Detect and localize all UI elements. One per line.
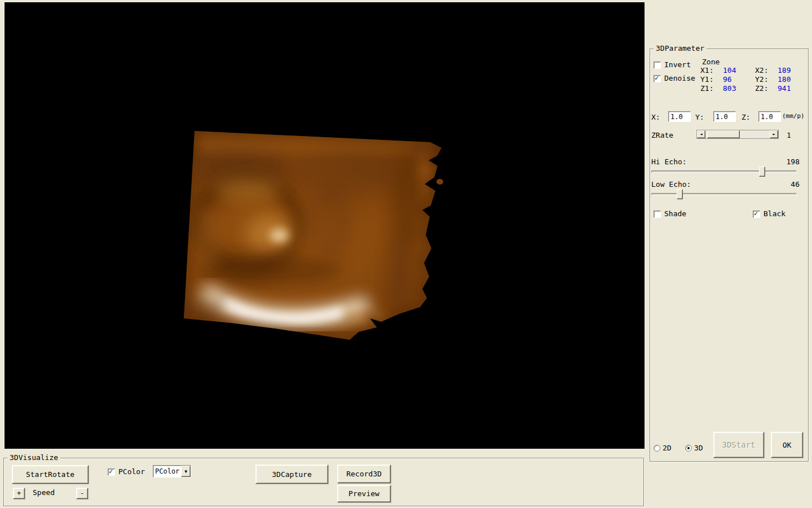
start3d-button[interactable]: 3DStart (713, 432, 764, 458)
scale-x-input[interactable] (668, 111, 691, 122)
parameter-group-title: 3DParameter (654, 44, 707, 52)
zrate-value: 1 (787, 131, 791, 139)
scale-z-input[interactable] (758, 111, 781, 122)
speed-plus-button[interactable]: + (13, 488, 25, 499)
volume-speck (436, 179, 443, 185)
start-rotate-button[interactable]: StartRotate (12, 465, 89, 484)
low-echo-value: 46 (752, 180, 800, 189)
scale-x-label: X: (651, 113, 660, 121)
low-echo-slider-thumb[interactable] (677, 189, 683, 199)
mode-2d-radio[interactable] (654, 445, 660, 452)
zone-x1-label: X1: (700, 66, 713, 75)
hi-echo-value: 198 (752, 157, 800, 166)
zrate-scroll-thumb[interactable] (707, 130, 740, 138)
scroll-left-icon: ◄ (700, 132, 702, 137)
scale-y-label: Y: (695, 113, 704, 121)
zrate-scroll-left-button[interactable]: ◄ (697, 130, 705, 138)
black-checkbox[interactable] (753, 211, 760, 218)
zone-y2-value: 180 (778, 75, 791, 84)
speed-minus-button[interactable]: - (76, 488, 88, 499)
hi-echo-slider-track[interactable] (651, 170, 797, 173)
shade-label: Shade (664, 209, 686, 218)
zone-z2-label: Z2: (755, 84, 768, 93)
pcolor-dropdown[interactable]: PColor ▼ (153, 465, 191, 478)
scale-z-label: Z: (742, 113, 751, 121)
hi-echo-label: Hi Echo: (651, 157, 687, 166)
denoise-label: Denoise (664, 74, 695, 82)
preview-button[interactable]: Preview (337, 485, 391, 502)
chevron-down-icon: ▼ (184, 469, 187, 474)
invert-label: Invert (664, 60, 691, 69)
ultrasound-volume-render (5, 2, 645, 449)
scale-y-input[interactable] (713, 111, 736, 122)
zone-y2-label: Y2: (755, 75, 768, 84)
visualize-groupbox: 3DVisualize StartRotate PColor PColor ▼ … (3, 458, 644, 506)
zone-z2-value: 941 (778, 84, 791, 93)
low-echo-slider-track[interactable] (651, 193, 797, 195)
mode-2d-label: 2D (663, 444, 672, 452)
pcolor-dropdown-value: PColor (153, 467, 181, 475)
zrate-scroll-right-button[interactable]: ► (770, 130, 778, 138)
zone-z1-value: 803 (723, 84, 736, 93)
pcolor-checkbox[interactable] (108, 468, 115, 476)
scale-unit-label: (mm/p) (782, 112, 805, 120)
zone-z1-label: Z1: (700, 84, 713, 93)
pcolor-label: PColor (118, 467, 145, 476)
render-viewport[interactable] (5, 2, 645, 449)
speed-label: Speed (33, 488, 55, 497)
scroll-right-icon: ► (773, 132, 775, 137)
zone-title: Zone (702, 58, 720, 66)
zrate-scrollbar[interactable]: ◄ ► (696, 130, 779, 139)
parameter-groupbox: 3DParameter Invert Denoise Zone X1: 104 … (650, 49, 809, 462)
zone-x2-value: 189 (778, 66, 791, 75)
black-label: Black (764, 209, 785, 218)
pcolor-dropdown-button[interactable]: ▼ (181, 466, 191, 477)
zone-x1-value: 104 (723, 66, 736, 75)
record-3d-button[interactable]: Record3D (337, 465, 391, 483)
visualize-group-title: 3DVisualize (7, 453, 60, 462)
hi-echo-slider-thumb[interactable] (759, 167, 765, 177)
zone-x2-label: X2: (755, 66, 768, 75)
zrate-label: ZRate (651, 131, 673, 139)
zone-y1-value: 96 (723, 75, 732, 84)
low-echo-label: Low Echo: (651, 180, 691, 189)
ok-button[interactable]: OK (771, 432, 803, 458)
shade-checkbox[interactable] (654, 211, 661, 218)
zone-y1-label: Y1: (700, 75, 713, 84)
invert-checkbox[interactable] (654, 62, 661, 69)
mode-3d-label: 3D (694, 444, 703, 452)
capture-3d-button[interactable]: 3DCapture (255, 465, 328, 484)
mode-3d-radio[interactable] (685, 445, 692, 452)
app-window: 3DParameter Invert Denoise Zone X1: 104 … (0, 0, 812, 508)
denoise-checkbox[interactable] (654, 75, 661, 82)
